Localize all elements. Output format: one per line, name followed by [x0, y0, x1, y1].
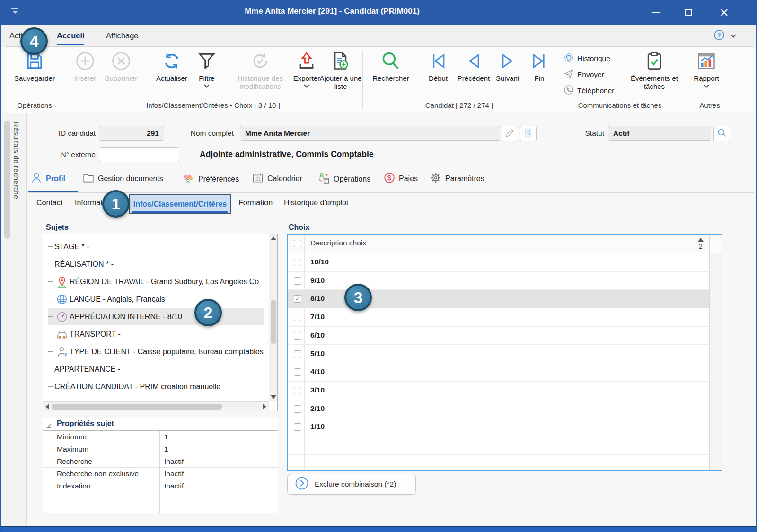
application-window: Mme Anita Mercier [291] - Candidat (PRIM…	[0, 0, 757, 532]
sidebar-handle[interactable]	[4, 121, 10, 239]
svg-text:$: $	[387, 174, 391, 182]
subtab-formation[interactable]: Formation	[238, 199, 273, 207]
choix-checkbox-10[interactable]	[294, 259, 301, 266]
subtab-contact[interactable]: Contact	[36, 199, 62, 207]
exclure-combinaison-button[interactable]: Exclure combinaison (*2)	[287, 474, 416, 495]
choix-checkbox-9[interactable]	[294, 277, 301, 285]
tab-gestion-documents[interactable]: Gestion documents	[82, 172, 163, 186]
tab-profil[interactable]: Profil	[30, 172, 65, 186]
chevron-down-icon[interactable]	[731, 32, 736, 37]
sujet-appreciation-interne[interactable]: APPRÉCIATION INTERNE - 8/10	[48, 308, 264, 325]
prop-row-recherche[interactable]: Recherche Inactif	[43, 455, 278, 468]
sujet-region-travail[interactable]: RÉGION DE TRAVAIL - Grand Sudbury, Los A…	[48, 273, 264, 290]
choix-checkbox-1[interactable]	[294, 423, 301, 431]
choix-row-7[interactable]: 7/10	[288, 308, 709, 327]
next-record-button[interactable]: Suivant	[491, 51, 525, 82]
scroll-up-arrow[interactable]	[271, 236, 276, 240]
person-question-icon: ?	[54, 346, 70, 358]
choix-row-3[interactable]: 3/10	[288, 382, 709, 400]
window-bottom-border	[1, 526, 757, 532]
sujet-creation-candidat[interactable]: CRÉATION CANDIDAT - PRIM création manuel…	[48, 378, 264, 395]
subtab-infos-classement-criteres[interactable]: Infos/Classement/Critères	[129, 194, 231, 214]
preview-document-button[interactable]	[520, 126, 537, 141]
horizontal-scroll-thumb[interactable]	[52, 404, 222, 410]
add-to-list-button[interactable]: Ajouter à une liste	[318, 51, 363, 91]
help-icon[interactable]: ?	[713, 29, 725, 43]
choix-checkbox-3[interactable]	[294, 387, 301, 394]
choix-row-6[interactable]: 6/10	[288, 327, 709, 345]
subtab-historique-emploi[interactable]: Historique d'emploi	[284, 199, 348, 207]
ribbon-group-communications: Communications et tâches	[556, 100, 684, 111]
filter-dropdown-chevron	[204, 83, 209, 88]
sujets-horizontal-scrollbar[interactable]	[43, 401, 269, 411]
insert-button[interactable]: Insérer	[69, 51, 102, 82]
save-button[interactable]: Sauvegarder	[9, 51, 61, 82]
tab-calendrier[interactable]: Calendrier	[252, 172, 302, 186]
sujets-vertical-scrollbar[interactable]	[269, 234, 277, 401]
choix-checkbox-4[interactable]	[294, 368, 301, 376]
choix-row-5[interactable]: 5/10	[288, 345, 709, 364]
prop-row-indexation[interactable]: Indexation Inactif	[43, 480, 278, 492]
sujet-stage[interactable]: STAGE * -	[48, 238, 264, 255]
menu-affichage[interactable]: Affichage	[106, 31, 139, 40]
sujet-appartenance[interactable]: APPARTENANCE -	[48, 360, 264, 378]
maximize-button[interactable]	[677, 4, 699, 20]
delete-button[interactable]: Supprimer	[101, 51, 141, 82]
choix-header-label[interactable]: Description choix	[310, 239, 366, 247]
sujet-realisation[interactable]: RÉALISATION * -	[48, 255, 264, 273]
minimize-button[interactable]	[645, 4, 668, 20]
prop-row-maximum[interactable]: Maximum 1	[43, 443, 278, 455]
edit-name-button[interactable]	[502, 126, 518, 141]
phone-button[interactable]: Téléphoner	[563, 85, 614, 97]
collapse-ribbon-icon[interactable]	[11, 8, 18, 14]
prop-row-minimum[interactable]: Minimum 1	[43, 431, 278, 443]
ribbon-group-autres: Autres	[684, 100, 736, 111]
nom-complet-field[interactable]: Mme Anita Mercier	[240, 126, 500, 141]
tab-preferences[interactable]: Préférences	[182, 172, 239, 187]
modification-history-button[interactable]: Historique des modifications	[225, 51, 296, 91]
send-button[interactable]: Envoyer	[563, 69, 604, 81]
report-button[interactable]: Rapport	[687, 51, 725, 87]
refresh-button[interactable]: Actualiser	[148, 51, 195, 82]
tab-operations[interactable]: Opérations	[317, 172, 370, 187]
filter-button[interactable]: Filtre	[193, 51, 221, 87]
choix-checkbox-7[interactable]	[294, 314, 301, 321]
ribbon-group-infos: Infos/Classement/Critères - Choix [ 3 / …	[64, 100, 362, 111]
last-record-button[interactable]: Fin	[528, 51, 551, 82]
scroll-left-arrow[interactable]	[45, 404, 49, 410]
sujet-type-client[interactable]: ? TYPE DE CLIENT - Caisse populaire, Bur…	[48, 343, 264, 360]
menu-accueil[interactable]: Accueil	[57, 31, 85, 40]
sujet-transport[interactable]: TRANSPORT -	[48, 325, 264, 343]
num-externe-field[interactable]	[99, 147, 179, 162]
close-button[interactable]	[713, 4, 735, 20]
choix-row-4[interactable]: 4/10	[288, 363, 709, 382]
choix-row-10[interactable]: 10/10	[288, 253, 709, 272]
first-record-button[interactable]: Début	[424, 51, 452, 82]
folder-icon	[82, 172, 95, 186]
choix-row-2[interactable]: 2/10	[288, 400, 709, 419]
report-icon	[696, 51, 717, 73]
choix-checkbox-6[interactable]	[294, 332, 301, 340]
history-button[interactable]: Historique	[563, 52, 610, 65]
sort-ascending-icon[interactable]	[698, 238, 704, 242]
tab-parametres[interactable]: Paramètres	[430, 172, 484, 186]
modification-history-icon	[250, 51, 271, 73]
search-button[interactable]: Rechercher	[365, 51, 417, 82]
tab-paies[interactable]: $ Paies	[383, 172, 418, 186]
scroll-right-arrow[interactable]	[263, 404, 266, 410]
choix-checkbox-8[interactable]	[294, 295, 301, 303]
prop-row-recherche-non-exclusive[interactable]: Recherche non exclusive Inactif	[43, 468, 278, 480]
send-icon	[563, 69, 574, 81]
scroll-down-arrow[interactable]	[271, 395, 276, 399]
vertical-scroll-thumb[interactable]	[271, 300, 276, 344]
collapse-triangle-icon	[46, 422, 52, 430]
choix-checkbox-5[interactable]	[294, 350, 301, 358]
previous-record-button[interactable]: Précédent	[453, 51, 494, 82]
choix-checkbox-2[interactable]	[294, 405, 301, 413]
choix-row-1[interactable]: 1/10	[288, 418, 709, 436]
sujet-langue[interactable]: LANGUE - Anglais, Français	[48, 290, 264, 308]
proprietes-header[interactable]: Propriétés sujet	[43, 418, 278, 431]
events-tasks-button[interactable]: Événements et tâches	[626, 51, 683, 91]
statut-search-button[interactable]	[713, 126, 730, 141]
select-all-checkbox[interactable]	[294, 240, 301, 247]
